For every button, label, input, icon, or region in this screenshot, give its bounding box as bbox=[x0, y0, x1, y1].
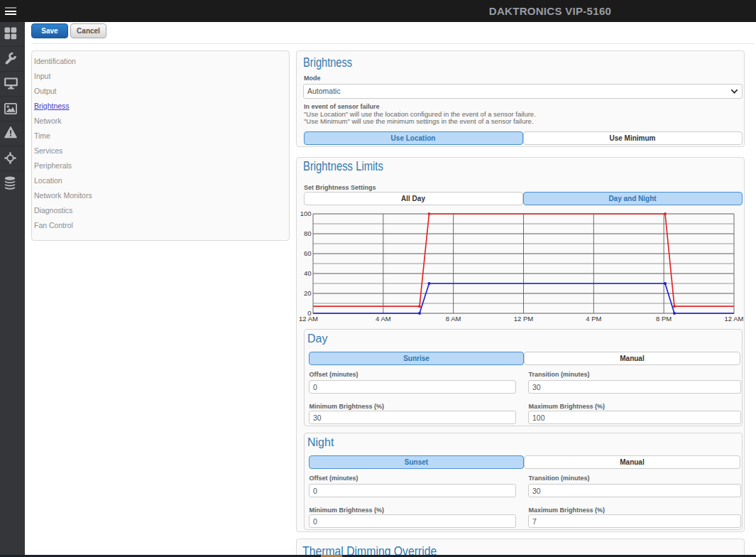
svg-text:80: 80 bbox=[304, 229, 312, 237]
svg-text:40: 40 bbox=[304, 269, 312, 277]
svg-text:12 AM: 12 AM bbox=[725, 315, 744, 323]
svg-text:12 PM: 12 PM bbox=[514, 315, 534, 323]
svg-text:8 AM: 8 AM bbox=[446, 315, 461, 323]
svg-text:4 AM: 4 AM bbox=[376, 315, 391, 323]
svg-text:20: 20 bbox=[304, 289, 312, 297]
svg-text:12 AM: 12 AM bbox=[299, 315, 318, 323]
svg-text:8 PM: 8 PM bbox=[656, 315, 672, 323]
svg-text:100: 100 bbox=[300, 210, 312, 217]
svg-text:60: 60 bbox=[304, 249, 312, 257]
svg-text:4 PM: 4 PM bbox=[586, 315, 601, 323]
